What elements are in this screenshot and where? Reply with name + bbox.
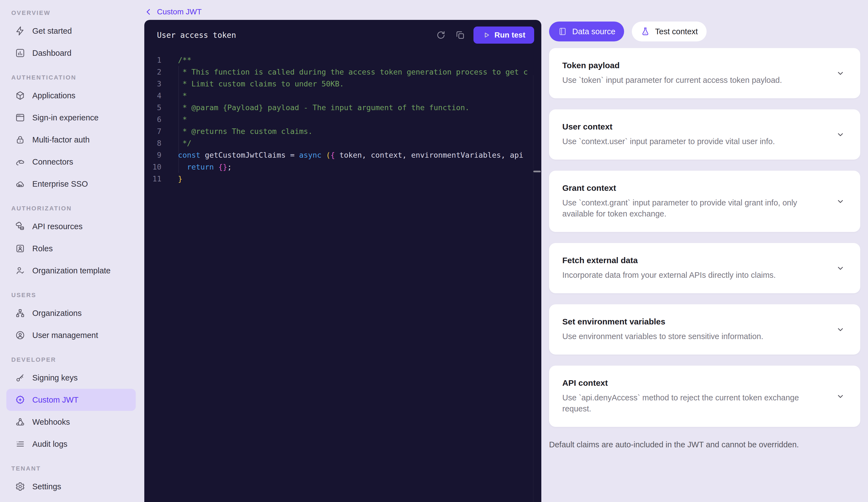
card-fetch-external-data[interactable]: Fetch external dataIncorporate data from… [549, 243, 860, 293]
sidebar-section-label: OVERVIEW [11, 9, 136, 17]
line-number: 7 [144, 126, 170, 137]
sidebar-item-audit-logs[interactable]: Audit logs [6, 433, 136, 455]
role-card-icon [15, 243, 25, 253]
sidebar-item-custom-jwt[interactable]: Custom JWT [6, 389, 136, 411]
breadcrumb: Custom JWT [142, 4, 868, 20]
sidebar-item-connectors[interactable]: Connectors [6, 151, 136, 173]
code-text: return {}; [170, 161, 541, 173]
sidebar-item-get-started[interactable]: Get started [6, 20, 136, 42]
code-token: } [178, 174, 182, 183]
code-line: 7 * @returns The custom claims. [144, 126, 541, 137]
webhook-icon [15, 417, 25, 427]
sidebar-item-signing-keys[interactable]: Signing keys [6, 367, 136, 389]
sidebar-item-label: Get started [32, 27, 72, 36]
code-line: 5 * @param {Payload} payload - The input… [144, 102, 541, 113]
card-user-context[interactable]: User contextUse `context.user` input par… [549, 109, 860, 160]
sidebar-item-settings[interactable]: Settings [6, 475, 136, 498]
tab-bar: Data sourceTest context [549, 21, 860, 41]
refresh-button[interactable] [435, 29, 447, 41]
code-area[interactable]: 1/**2 * This function is called during t… [144, 50, 541, 185]
sidebar-section-label: DEVELOPER [11, 356, 136, 363]
code-token [214, 163, 218, 171]
line-number: 8 [144, 137, 170, 149]
card-set-environment-variables[interactable]: Set environment variablesUse environment… [549, 304, 860, 354]
sidebar-item-label: Custom JWT [32, 395, 79, 404]
sidebar-item-label: Signing keys [32, 373, 78, 382]
code-token: * This function is called during the acc… [178, 68, 528, 76]
copy-icon [455, 30, 465, 40]
chevron-down-icon[interactable] [835, 68, 846, 79]
code-line: 8 */ [144, 137, 541, 149]
cloud-key-icon [15, 179, 25, 189]
code-text: * @param {Payload} payload - The input a… [170, 102, 541, 113]
editor-header: User access token Run test [144, 20, 541, 50]
line-number: 10 [144, 161, 170, 173]
chevron-down-icon[interactable] [835, 263, 846, 274]
sidebar-nav: OVERVIEWGet startedDashboardAUTHENTICATI… [6, 9, 136, 498]
copy-button[interactable] [454, 29, 466, 41]
line-number: 11 [144, 173, 170, 185]
sidebar: OVERVIEWGet startedDashboardAUTHENTICATI… [0, 0, 142, 502]
tab-data-source[interactable]: Data source [549, 21, 624, 41]
breadcrumb-label: Custom JWT [157, 8, 202, 16]
code-text: } [170, 173, 541, 185]
back-chevron-icon [144, 8, 153, 16]
workspace: User access token Run test [142, 20, 868, 502]
sidebar-item-webhooks[interactable]: Webhooks [6, 411, 136, 433]
key-icon [15, 373, 25, 383]
sidebar-item-label: Dashboard [32, 49, 71, 58]
run-test-button[interactable]: Run test [474, 27, 534, 44]
sidebar-item-label: Audit logs [32, 440, 67, 449]
code-line: 9const getCustomJwtClaims = async ({ tok… [144, 149, 541, 161]
card-title: User context [562, 122, 805, 131]
chevron-down-icon[interactable] [835, 324, 846, 335]
code-token: ; [227, 163, 232, 171]
tab-test-context[interactable]: Test context [632, 21, 706, 41]
chevron-down-icon[interactable] [835, 391, 846, 402]
code-token: */ [178, 139, 192, 148]
code-token: {} [218, 163, 227, 171]
code-line: 10 return {}; [144, 161, 541, 173]
line-number: 2 [144, 66, 170, 78]
back-button[interactable]: Custom JWT [144, 8, 202, 16]
sidebar-item-sign-in-experience[interactable]: Sign-in experience [6, 107, 136, 129]
card-api-context[interactable]: API contextUse `api.denyAccess` method t… [549, 365, 860, 427]
line-number: 9 [144, 149, 170, 161]
sidebar-item-label: Enterprise SSO [32, 180, 88, 189]
book-icon [558, 27, 567, 36]
org-chart-icon [15, 308, 25, 318]
code-token [321, 151, 326, 159]
sidebar-item-dashboard[interactable]: Dashboard [6, 42, 136, 64]
sidebar-item-roles[interactable]: Roles [6, 238, 136, 260]
code-text: * @returns The custom claims. [170, 126, 541, 137]
sidebar-item-api-resources[interactable]: API resources [6, 215, 136, 238]
sidebar-item-label: User management [32, 331, 98, 340]
sidebar-section-label: TENANT [11, 465, 136, 472]
card-grant-context[interactable]: Grant contextUse `context.grant` input p… [549, 171, 860, 232]
user-circle-icon [15, 330, 25, 340]
sidebar-item-label: Connectors [32, 158, 73, 167]
card-token-payload[interactable]: Token payloadUse `token` input parameter… [549, 48, 860, 98]
code-text: * [170, 90, 541, 102]
sidebar-item-organization-template[interactable]: Organization template [6, 260, 136, 282]
card-title: API context [562, 378, 805, 388]
line-number: 4 [144, 90, 170, 102]
chevron-down-icon[interactable] [835, 129, 846, 140]
cube-icon [15, 91, 25, 101]
sidebar-item-enterprise-sso[interactable]: Enterprise SSO [6, 173, 136, 195]
code-line: 11} [144, 173, 541, 185]
sidebar-item-multi-factor-auth[interactable]: Multi-factor auth [6, 129, 136, 151]
sidebar-item-user-management[interactable]: User management [6, 324, 136, 346]
chevron-down-icon[interactable] [835, 196, 846, 207]
browser-window-icon [15, 113, 25, 123]
sidebar-item-applications[interactable]: Applications [6, 84, 136, 107]
line-number: 1 [144, 54, 170, 66]
sidebar-item-label: Webhooks [32, 418, 70, 426]
code-text: */ [170, 137, 541, 149]
right-panel: Data sourceTest context Token payloadUse… [549, 20, 868, 502]
editor-scrollbar-thumb[interactable] [533, 171, 541, 172]
sidebar-item-organizations[interactable]: Organizations [6, 302, 136, 324]
refresh-icon [436, 30, 446, 40]
cloud-box-icon [15, 221, 25, 231]
code-text: * This function is called during the acc… [170, 66, 541, 78]
